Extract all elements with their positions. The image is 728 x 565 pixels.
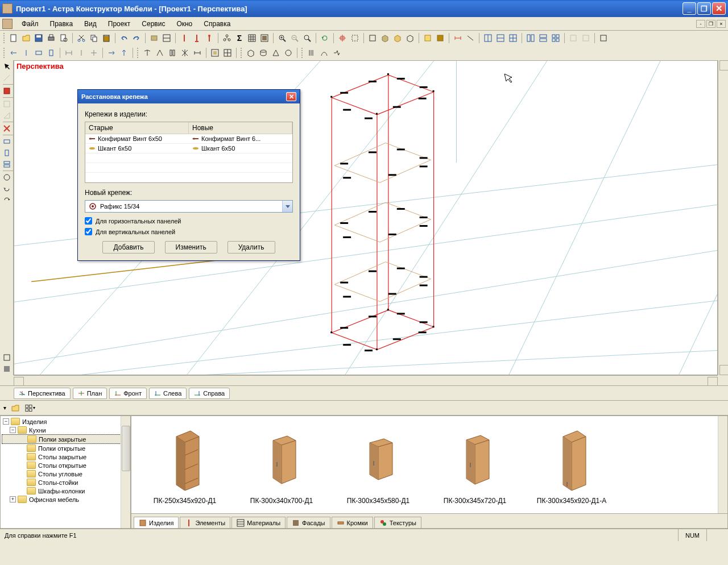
zoom-in-icon[interactable]	[276, 32, 288, 44]
lib-tab-facades[interactable]: Фасады	[287, 517, 330, 528]
view-icon[interactable]	[404, 32, 416, 44]
tool-icon[interactable]	[106, 47, 117, 59]
tree-leaf[interactable]: Столы-стойки	[2, 478, 129, 487]
menu-help[interactable]: Справка	[199, 18, 235, 30]
fastener-icon[interactable]	[179, 32, 190, 44]
lib-tab-products[interactable]: Изделия	[134, 517, 179, 528]
tree-leaf[interactable]: Шкафы-колонки	[2, 487, 129, 495]
misc-icon[interactable]	[580, 32, 592, 44]
mdi-restore[interactable]: ❐	[706, 20, 715, 28]
zoom-out-icon[interactable]	[289, 32, 300, 44]
tree-root[interactable]: −Изделия	[2, 417, 129, 426]
tool-icon[interactable]	[167, 47, 178, 59]
tool-icon[interactable]	[148, 32, 160, 44]
tool-icon[interactable]	[331, 47, 342, 59]
vertical-scrollbar[interactable]	[718, 60, 728, 375]
edit-button[interactable]: Изменить	[165, 241, 217, 254]
table-row[interactable]: Шкант 6x50 Шкант 6x50	[85, 144, 292, 153]
tool-icon[interactable]	[88, 47, 100, 59]
panel-tool-icon[interactable]	[1, 148, 13, 158]
undo-icon[interactable]	[118, 32, 130, 44]
dialog-titlebar[interactable]: Расстановка крепежа ✕	[78, 90, 300, 103]
catalog-scrollbar[interactable]	[718, 416, 727, 513]
tree-leaf[interactable]: Столы угловые	[2, 470, 129, 478]
snap-icon[interactable]	[349, 32, 361, 44]
fastener-table[interactable]: Старые Новые Конфирмат Винт 6x50 Конфирм…	[85, 122, 293, 183]
view-tab-right[interactable]: Справа	[189, 388, 230, 399]
rotate-icon[interactable]	[319, 32, 330, 44]
catalog-item[interactable]: ПК-300х345х580-Д1	[338, 425, 418, 505]
dim-icon[interactable]	[465, 32, 476, 44]
rotate-tool-icon[interactable]	[1, 184, 13, 194]
tool-icon[interactable]	[179, 47, 191, 59]
view-tab-front[interactable]: Фронт	[109, 388, 147, 399]
menu-project[interactable]: Проект	[104, 18, 135, 30]
zoom-fit-icon[interactable]	[301, 32, 313, 44]
lib-tab-edges[interactable]: Кромки	[332, 517, 373, 528]
copy-icon[interactable]	[88, 32, 100, 44]
fastener-combo[interactable]: Рафикс 15/34	[85, 200, 293, 213]
layout-icon[interactable]	[525, 32, 536, 44]
catalog-item[interactable]: ПК-250х345х920-Д1	[145, 425, 225, 505]
tree-leaf[interactable]: Столы закрытые	[2, 452, 129, 461]
toolbar-handle[interactable]	[3, 48, 6, 58]
catalog-items[interactable]: ПК-250х345х920-Д1 ПК-300х340х700-Д1 ПК-3…	[131, 416, 727, 513]
toolbar-handle[interactable]	[241, 48, 243, 58]
rotate-tool-icon[interactable]	[1, 172, 13, 182]
misc-tool-icon[interactable]	[1, 352, 13, 363]
view-tab-plan[interactable]: План	[73, 388, 107, 399]
catalog-item[interactable]: ПК-300х340х700-Д1	[242, 425, 321, 505]
menu-view[interactable]: Вид	[80, 18, 101, 30]
tool-icon[interactable]	[8, 47, 19, 59]
config-icon[interactable]	[259, 32, 270, 44]
panel-icon[interactable]	[1, 86, 13, 96]
tool-icon[interactable]	[258, 47, 269, 59]
layer-icon[interactable]	[435, 32, 446, 44]
table-row[interactable]: Конфирмат Винт 6x50 Конфирмат Винт 6...	[85, 134, 292, 144]
tool-icon[interactable]	[118, 47, 130, 59]
tree-scrollbar[interactable]	[121, 416, 130, 528]
split-icon[interactable]	[507, 32, 519, 44]
structure-icon[interactable]	[221, 32, 233, 44]
tool-icon[interactable]	[142, 47, 153, 59]
sum-icon[interactable]: Σ	[234, 32, 245, 44]
preview-icon[interactable]	[58, 32, 69, 44]
tool-icon[interactable]	[306, 47, 317, 59]
menu-file[interactable]: Файл	[17, 18, 43, 30]
panel-tool-icon[interactable]	[1, 136, 13, 147]
tool-icon[interactable]	[192, 47, 203, 59]
mdi-minimize[interactable]: -	[696, 20, 705, 28]
tool-icon[interactable]	[270, 47, 282, 59]
minimize-button[interactable]: _	[682, 2, 696, 15]
paste-icon[interactable]	[101, 32, 112, 44]
toolbar-handle[interactable]	[3, 33, 6, 43]
shape-icon[interactable]	[1, 110, 13, 121]
split-icon[interactable]	[495, 32, 506, 44]
cut-icon[interactable]	[76, 32, 87, 44]
dialog-close-icon[interactable]: ✕	[286, 92, 296, 101]
fastener-icon[interactable]	[204, 32, 215, 44]
catalog-item[interactable]: ПК-300х345х920-Д1-А	[532, 425, 611, 505]
lib-tab-materials[interactable]: Материалы	[231, 517, 286, 528]
add-button[interactable]: Добавить	[102, 241, 154, 254]
tree-node[interactable]: −Кухни	[2, 426, 129, 434]
tool-icon[interactable]	[161, 32, 172, 44]
save-icon[interactable]	[33, 32, 44, 44]
split-icon[interactable]	[482, 32, 494, 44]
chevron-down-icon[interactable]: ▾	[3, 405, 6, 411]
misc-tool-icon[interactable]	[1, 364, 13, 374]
delete-icon[interactable]	[1, 123, 13, 134]
view-tab-perspective[interactable]: Перспектива	[14, 388, 71, 399]
misc-icon[interactable]	[598, 32, 609, 44]
redo-icon[interactable]	[131, 32, 142, 44]
layer-icon[interactable]	[422, 32, 433, 44]
layout-icon[interactable]	[550, 32, 561, 44]
check-horizontal[interactable]: Для горизонтальных панелей	[85, 217, 293, 225]
tool-icon[interactable]	[63, 47, 75, 59]
tool-icon[interactable]	[283, 47, 294, 59]
document-icon[interactable]	[2, 19, 13, 29]
view-icon[interactable]	[392, 32, 403, 44]
rotate-tool-icon[interactable]	[1, 195, 13, 205]
menu-edit[interactable]: Правка	[46, 18, 78, 30]
print-icon[interactable]	[46, 32, 57, 44]
